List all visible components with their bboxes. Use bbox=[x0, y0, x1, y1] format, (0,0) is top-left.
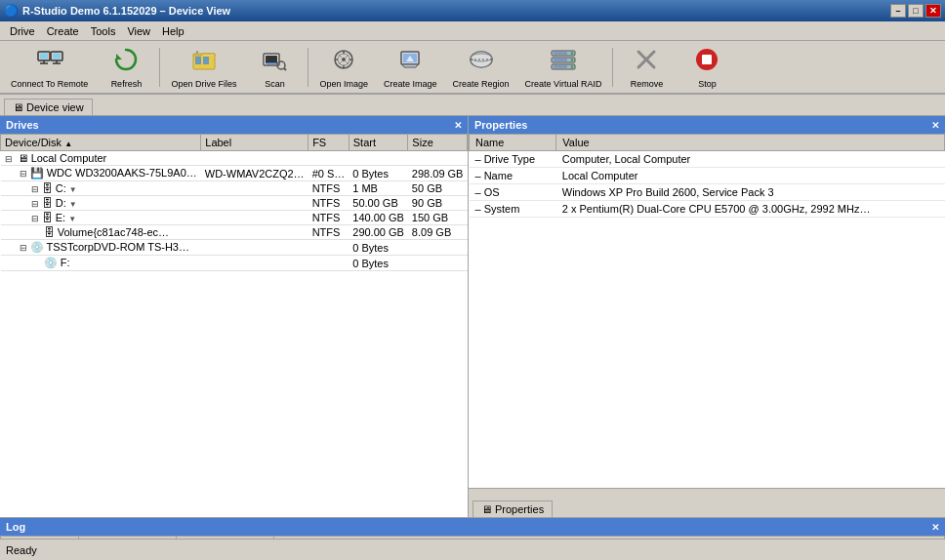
expand-local-computer[interactable]: ⊟ bbox=[5, 154, 13, 164]
toolbar-sep-1 bbox=[159, 48, 160, 87]
dvd-size bbox=[408, 240, 468, 256]
menu-drive[interactable]: Drive bbox=[4, 23, 41, 39]
prop-os-name: – OS bbox=[470, 184, 556, 201]
log-panel-close[interactable]: ✕ bbox=[931, 522, 939, 533]
log-panel-title: Log bbox=[6, 521, 25, 533]
open-drive-files-button[interactable]: Open Drive Files bbox=[164, 43, 243, 92]
scan-label: Scan bbox=[265, 79, 285, 89]
properties-panel: Properties ✕ Name Value – Drive Type Com… bbox=[469, 116, 945, 517]
svg-point-21 bbox=[342, 58, 346, 61]
open-drive-files-icon bbox=[190, 46, 218, 77]
table-row[interactable]: 💿 F: 0 Bytes bbox=[1, 256, 468, 271]
drives-col-fs[interactable]: FS bbox=[308, 135, 349, 151]
remove-label: Remove bbox=[631, 79, 664, 89]
sort-arrow-device: ▲ bbox=[64, 140, 72, 148]
e-drop: ▼ bbox=[68, 215, 76, 223]
local-computer-label: Local Computer bbox=[31, 152, 107, 164]
drives-col-size[interactable]: Size bbox=[408, 135, 468, 151]
connect-icon bbox=[36, 46, 63, 77]
create-virtual-raid-icon bbox=[550, 46, 577, 77]
expand-dvd[interactable]: ⊟ bbox=[20, 243, 27, 253]
expand-d[interactable]: ⊟ bbox=[31, 199, 39, 209]
properties-panel-close[interactable]: ✕ bbox=[931, 120, 939, 131]
table-row[interactable]: ⊟ 🗄 E: ▼ NTFS 140.00 GB 150 GB bbox=[1, 211, 468, 225]
drives-col-device[interactable]: Device/Disk ▲ bbox=[1, 135, 201, 151]
table-row[interactable]: ⊟ 🗄 D: ▼ NTFS 50.00 GB 90 GB bbox=[1, 196, 468, 211]
vol-start: 290.00 GB bbox=[349, 225, 408, 240]
expand-c[interactable]: ⊟ bbox=[31, 184, 39, 194]
table-row[interactable]: ⊟ 🗄 C: ▼ NTFS 1 MB 50 GB bbox=[1, 181, 468, 196]
c-start: 1 MB bbox=[349, 181, 408, 196]
vol-label: Volume{c81ac748-ec… bbox=[58, 226, 169, 238]
svg-rect-5 bbox=[53, 53, 61, 59]
drives-col-start[interactable]: Start bbox=[349, 135, 408, 151]
table-row[interactable]: 🗄 Volume{c81ac748-ec… NTFS 290.00 GB 8.0… bbox=[1, 225, 468, 240]
create-image-button[interactable]: Create Image bbox=[377, 43, 444, 92]
menu-view[interactable]: View bbox=[121, 23, 156, 39]
stop-button[interactable]: Stop bbox=[678, 43, 736, 92]
maximize-button[interactable]: □ bbox=[908, 4, 924, 18]
prop-drive-type-name: – Drive Type bbox=[470, 151, 556, 168]
d-label: D: bbox=[56, 197, 66, 209]
tab-bar: 🖥 Device view bbox=[0, 95, 945, 116]
drives-table: Device/Disk ▲ Label FS Start Size ⊟ 🖥 bbox=[0, 134, 468, 517]
properties-panel-header: Properties ✕ bbox=[469, 116, 945, 134]
e-label: E: bbox=[56, 212, 65, 223]
e-size: 150 GB bbox=[408, 211, 468, 225]
open-drive-files-label: Open Drive Files bbox=[171, 79, 236, 89]
table-row[interactable]: ⊟ 🖥 Local Computer bbox=[1, 151, 468, 166]
partition-icon-e: 🗄 bbox=[42, 212, 53, 223]
prop-os-value: Windows XP Pro Build 2600, Service Pack … bbox=[556, 184, 945, 201]
svg-rect-1 bbox=[40, 53, 48, 59]
dvd-icon: 💿 bbox=[30, 241, 44, 253]
properties-tab[interactable]: 🖥 Properties bbox=[472, 500, 553, 517]
menu-create[interactable]: Create bbox=[41, 23, 85, 39]
create-virtual-raid-button[interactable]: Create Virtual RAID bbox=[518, 43, 609, 92]
status-text: Ready bbox=[6, 544, 37, 556]
local-computer-label-col bbox=[201, 151, 308, 166]
stop-label: Stop bbox=[698, 79, 717, 89]
status-bar: Ready bbox=[0, 539, 945, 560]
remove-icon bbox=[633, 46, 660, 77]
props-spacer bbox=[469, 311, 945, 489]
e-label-col bbox=[201, 211, 308, 225]
hdd-icon: 💾 bbox=[30, 167, 44, 179]
props-col-name[interactable]: Name bbox=[470, 135, 556, 151]
menu-tools[interactable]: Tools bbox=[85, 23, 122, 39]
f-size bbox=[408, 256, 468, 271]
expand-e[interactable]: ⊟ bbox=[31, 214, 39, 223]
refresh-icon bbox=[112, 46, 140, 77]
log-panel-header: Log ✕ bbox=[0, 518, 945, 536]
table-row: – System 2 x Pentium(R) Dual-Core CPU E5… bbox=[470, 201, 945, 218]
open-image-button[interactable]: Open Image bbox=[312, 43, 375, 92]
scan-icon bbox=[261, 46, 288, 77]
create-region-button[interactable]: Create Region bbox=[445, 43, 515, 92]
minimize-button[interactable]: – bbox=[890, 4, 906, 18]
wdc-label: WDC WD3200AAKS-75L9A0… bbox=[47, 167, 197, 179]
e-start: 140.00 GB bbox=[349, 211, 408, 225]
device-view-tab[interactable]: 🖥 Device view bbox=[4, 99, 93, 115]
connect-to-remote-button[interactable]: Connect To Remote bbox=[4, 43, 95, 92]
refresh-button[interactable]: Refresh bbox=[97, 43, 155, 92]
remove-button[interactable]: Remove bbox=[617, 43, 676, 92]
svg-rect-45 bbox=[702, 55, 712, 64]
scan-button[interactable]: Scan bbox=[245, 43, 304, 92]
table-row: – Drive Type Computer, Local Computer bbox=[470, 151, 945, 168]
table-row[interactable]: ⊟ 💿 TSSTcorpDVD-ROM TS-H3… 0 Bytes bbox=[1, 240, 468, 256]
prop-drive-type-value: Computer, Local Computer bbox=[556, 151, 945, 168]
drives-panel: Drives ✕ Device/Disk ▲ Label FS Start Si… bbox=[0, 116, 469, 517]
expand-wdc[interactable]: ⊟ bbox=[20, 169, 27, 179]
close-button[interactable]: ✕ bbox=[925, 4, 941, 18]
connect-to-remote-label: Connect To Remote bbox=[11, 79, 88, 89]
device-view-tab-icon: 🖥 bbox=[13, 101, 23, 113]
properties-panel-title: Properties bbox=[474, 119, 527, 131]
props-col-value[interactable]: Value bbox=[556, 135, 945, 151]
app-icon: 🔵 bbox=[4, 4, 19, 18]
svg-rect-40 bbox=[554, 59, 567, 60]
menu-help[interactable]: Help bbox=[156, 23, 190, 39]
drives-panel-close[interactable]: ✕ bbox=[454, 120, 462, 131]
d-drop: ▼ bbox=[69, 200, 77, 209]
drives-col-label[interactable]: Label bbox=[201, 135, 308, 151]
table-row[interactable]: ⊟ 💾 WDC WD3200AAKS-75L9A0… WD-WMAV2CZQ2…… bbox=[1, 166, 468, 181]
wdc-start: 0 Bytes bbox=[349, 166, 408, 181]
